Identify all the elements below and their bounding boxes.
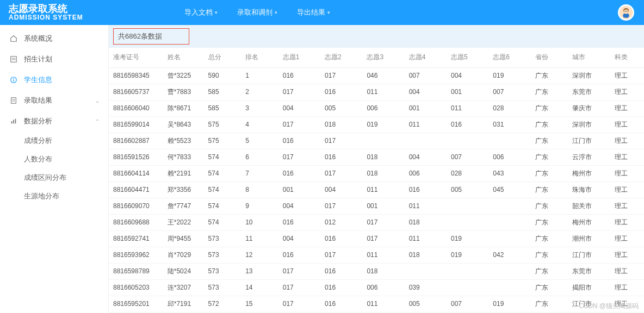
table-cell: 广东 [531,214,568,230]
table-cell: 007 [405,67,447,84]
table-cell: 011 [405,116,447,133]
table-cell: 004 [405,149,447,165]
table-cell: 045 [488,181,530,198]
table-cell: 理工 [610,181,644,198]
svg-rect-17 [15,119,16,124]
nav-export[interactable]: 导出结果 ▾ [287,0,340,25]
table-row[interactable]: 8816604114赖*21915747016017018006028043广东… [109,165,644,181]
sidebar-item-students[interactable]: 学生信息 [0,70,108,90]
nav-admit[interactable]: 录取和调剂 ▾ [227,0,287,25]
table-row[interactable]: 8816599014吴*86435754017018019011016031广东… [109,116,644,133]
topnav: 导入文档 ▾ 录取和调剂 ▾ 导出结果 ▾ [175,0,340,25]
table-row[interactable]: 8816609688王*202257410016012017018广东梅州市理工 [109,214,644,230]
table-cell [488,230,530,247]
table-cell: 017 [278,296,320,312]
table-cell: 邱*7191 [163,296,204,312]
table-header-row: 准考证号姓名总分排名志愿1志愿2志愿3志愿4志愿5志愿6省份城市科类 [109,48,644,67]
table-cell: 郑*3356 [163,181,204,198]
table-cell: 理工 [610,116,644,133]
table-cell: 028 [488,100,530,116]
sidebar-sub-count[interactable]: 人数分布 [0,150,108,168]
table-row[interactable]: 8816606040陈*86715853004005006001011028广东… [109,100,644,116]
nav-import[interactable]: 导入文档 ▾ [175,0,227,25]
table-cell: 2 [241,84,278,100]
table-cell: 590 [204,67,242,84]
table-cell: 017 [278,279,320,296]
col-header[interactable]: 志愿4 [405,48,447,67]
svg-point-11 [13,78,14,79]
sidebar-item-plan[interactable]: 招生计划 [0,49,108,70]
table-cell [447,263,488,279]
avatar[interactable] [618,4,634,21]
table-row[interactable]: 8816592741周*945557311004016017011019广东潮州… [109,230,644,247]
sidebar-sub-range[interactable]: 成绩区间分布 [0,168,108,187]
col-header[interactable]: 城市 [568,48,610,67]
col-header[interactable]: 省份 [531,48,568,67]
table-cell: 广东 [531,100,568,116]
table-cell: 001 [278,181,320,198]
table-cell: 004 [320,181,362,198]
table-cell: 周*9455 [163,230,204,247]
col-header[interactable]: 姓名 [163,48,204,67]
sidebar-item-analysis[interactable]: 数据分析 ⌃ [0,111,108,132]
table-cell: 006 [362,279,404,296]
table-cell: 017 [320,198,362,214]
table-cell: 广东 [531,230,568,247]
table-row[interactable]: 8816605737曹*78835852017016011004001007广东… [109,84,644,100]
table-cell: 016 [320,296,362,312]
table-wrap[interactable]: 准考证号姓名总分排名志愿1志愿2志愿3志愿4志愿5志愿6省份城市科类 88165… [109,48,644,313]
col-header[interactable]: 志愿2 [320,48,362,67]
table-cell: 广东 [531,279,568,296]
table-row[interactable]: 8816605203连*320757314017016006039广东揭阳市理工 [109,279,644,296]
col-header[interactable]: 科类 [610,48,644,67]
col-header[interactable]: 排名 [241,48,278,67]
col-header[interactable]: 志愿3 [362,48,404,67]
table-cell: 574 [204,214,242,230]
table-cell: 016 [447,116,488,133]
table-cell: 连*3207 [163,279,204,296]
col-header[interactable]: 总分 [204,48,242,67]
table-row[interactable]: 8816591526何*78335746017016018004007006广东… [109,149,644,165]
col-header[interactable]: 志愿5 [447,48,488,67]
col-header[interactable]: 志愿1 [278,48,320,67]
sidebar-item-overview[interactable]: 系统概况 [0,28,108,49]
table-cell: 042 [488,247,530,263]
table-cell: 573 [204,279,242,296]
col-header[interactable]: 志愿6 [488,48,530,67]
table-cell: 梅州市 [568,165,610,181]
svg-point-4 [625,11,626,12]
col-header[interactable]: 准考证号 [109,48,163,67]
table-row[interactable]: 8816598345曾*32255901016017046007004019广东… [109,67,644,84]
table-cell: 018 [405,214,447,230]
sidebar-item-results[interactable]: 录取结果 ⌄ [0,90,108,111]
table-cell: 005 [405,296,447,312]
table-cell: 004 [278,230,320,247]
table-cell: 13 [241,263,278,279]
table-cell: 理工 [610,279,644,296]
chart-icon [10,117,18,125]
table-row[interactable]: 8816609070詹*77475749004017001011广东韶关市理工 [109,198,644,214]
table-cell: 理工 [610,230,644,247]
sidebar-sub-origin[interactable]: 生源地分布 [0,187,108,205]
table-cell: 深圳市 [568,67,610,84]
table-cell: 573 [204,247,242,263]
table-cell: 018 [362,263,404,279]
table-cell: 8816606040 [109,100,163,116]
table-row[interactable]: 8816604471郑*33565748001004011016005045广东… [109,181,644,198]
table-row[interactable]: 8816595201邱*719157215017016011005007019广… [109,296,644,312]
table-cell: 6 [241,149,278,165]
table-row[interactable]: 8816598789陆*502457313017016018广东东莞市理工 [109,263,644,279]
table-cell: 8 [241,181,278,198]
table-row[interactable]: 8816593962肖*702957312016017011018019042广… [109,247,644,263]
table-row[interactable]: 8816602887赖*55235755016017广东江门市理工 [109,133,644,149]
table-cell: 理工 [610,100,644,116]
table-cell [447,133,488,149]
table-cell [405,263,447,279]
table-cell: 江门市 [568,247,610,263]
table-cell: 广东 [531,247,568,263]
table-cell: 9 [241,198,278,214]
table-cell: 深圳市 [568,116,610,133]
table-cell: 007 [447,149,488,165]
table-cell: 何*7833 [163,149,204,165]
sidebar-sub-score[interactable]: 成绩分析 [0,132,108,150]
